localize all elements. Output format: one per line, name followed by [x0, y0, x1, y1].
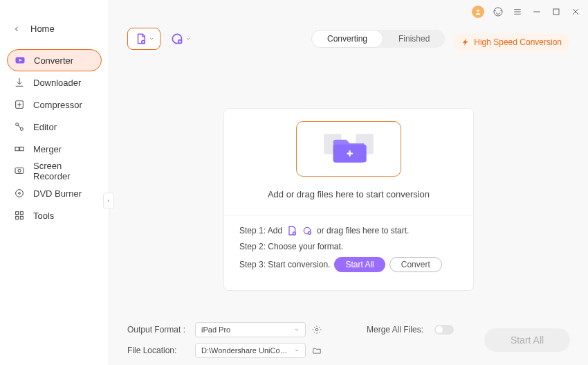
step-text: or drag files here to start.: [317, 226, 409, 235]
step-text: Step 1: Add: [239, 226, 282, 235]
tab-label: Finished: [398, 34, 430, 44]
svg-point-19: [16, 190, 24, 197]
status-tabs: Converting Finished: [311, 30, 445, 48]
add-url-button[interactable]: [170, 32, 191, 46]
svg-point-34: [315, 328, 318, 331]
svg-point-18: [18, 169, 21, 172]
dvd-icon: [14, 188, 25, 199]
sidebar-item-label: Compressor: [33, 100, 82, 110]
svg-rect-16: [20, 147, 24, 150]
screen-recorder-icon: [14, 166, 25, 177]
svg-rect-24: [20, 216, 23, 219]
start-all-main-button[interactable]: Start All: [484, 328, 570, 352]
lightning-icon: [461, 38, 470, 46]
sidebar: Home Converter Downloader Compressor Edi…: [0, 0, 109, 365]
sidebar-item-merger[interactable]: Merger: [7, 138, 102, 160]
svg-rect-22: [20, 212, 23, 215]
sidebar-item-label: Downloader: [33, 78, 81, 88]
speed-badge-label: High Speed Conversion: [474, 37, 562, 47]
sidebar-item-tools[interactable]: Tools: [7, 204, 102, 226]
tab-converting[interactable]: Converting: [311, 30, 383, 48]
sidebar-item-label: Editor: [33, 122, 57, 132]
merge-files-label: Merge All Files:: [367, 325, 429, 335]
svg-line-14: [18, 125, 21, 128]
svg-rect-17: [15, 168, 24, 173]
compressor-icon: [14, 99, 25, 110]
step-text: Step 3: Start conversion.: [239, 260, 330, 269]
step-1: Step 1: Add or drag files here to start.: [239, 225, 458, 236]
editor-icon: [14, 121, 25, 132]
sidebar-item-screen-recorder[interactable]: Screen Recorder: [7, 160, 102, 182]
downloader-icon: [14, 77, 25, 88]
sidebar-item-converter[interactable]: Converter: [7, 49, 102, 71]
dropzone[interactable]: [296, 121, 401, 177]
sidebar-item-editor[interactable]: Editor: [7, 116, 102, 138]
tools-icon: [14, 210, 25, 221]
chevron-left-icon: [12, 25, 21, 33]
svg-rect-15: [15, 147, 19, 150]
output-format-select[interactable]: iPad Pro: [195, 322, 306, 337]
step-3: Step 3: Start conversion. Start All Conv…: [239, 257, 458, 272]
add-url-icon: [170, 32, 184, 46]
sidebar-item-dvd-burner[interactable]: DVD Burner: [7, 182, 102, 204]
converter-icon: [15, 55, 26, 66]
select-value: D:\Wondershare UniConverter 1: [201, 346, 291, 355]
add-file-icon: [286, 225, 297, 236]
folder-add-icon: [311, 127, 387, 171]
sidebar-item-label: Converter: [34, 55, 73, 66]
sidebar-item-label: DVD Burner: [33, 188, 82, 199]
sidebar-item-label: Screen Recorder: [33, 161, 95, 181]
select-value: iPad Pro: [201, 326, 230, 334]
sidebar-item-downloader[interactable]: Downloader: [7, 71, 102, 94]
add-file-icon: [135, 33, 147, 45]
high-speed-badge[interactable]: High Speed Conversion: [453, 33, 570, 51]
conversion-card: Add or drag files here to start conversi…: [223, 108, 474, 291]
step-text: Step 2: Choose your format.: [239, 242, 343, 251]
tab-label: Converting: [327, 34, 367, 44]
dropzone-message: Add or drag files here to start conversi…: [224, 189, 473, 199]
home-label: Home: [30, 24, 55, 34]
svg-rect-23: [16, 216, 19, 219]
convert-button[interactable]: Convert: [389, 257, 442, 272]
merge-files-toggle[interactable]: [434, 325, 454, 335]
add-file-button[interactable]: [127, 28, 160, 50]
bottom-bar: Output Format : iPad Pro Merge All Files…: [127, 312, 570, 358]
start-all-button[interactable]: Start All: [334, 257, 385, 272]
chevron-down-icon: [149, 36, 154, 42]
chevron-down-icon: [294, 327, 300, 332]
chevron-down-icon: [294, 348, 300, 353]
step-2: Step 2: Choose your format.: [239, 242, 458, 251]
sidebar-item-label: Tools: [33, 211, 54, 221]
settings-icon[interactable]: [311, 324, 322, 335]
home-button[interactable]: Home: [0, 18, 109, 46]
svg-point-20: [19, 193, 21, 195]
svg-rect-21: [16, 212, 19, 215]
output-format-label: Output Format :: [127, 325, 190, 335]
sidebar-item-label: Merger: [33, 144, 62, 154]
sidebar-item-compressor[interactable]: Compressor: [7, 94, 102, 116]
file-location-select[interactable]: D:\Wondershare UniConverter 1: [195, 343, 306, 358]
tab-finished[interactable]: Finished: [383, 30, 445, 48]
merger-icon: [14, 143, 25, 154]
add-url-icon: [302, 225, 313, 236]
chevron-down-icon: [185, 36, 191, 42]
open-folder-icon[interactable]: [311, 345, 322, 356]
file-location-label: File Location:: [127, 346, 190, 355]
